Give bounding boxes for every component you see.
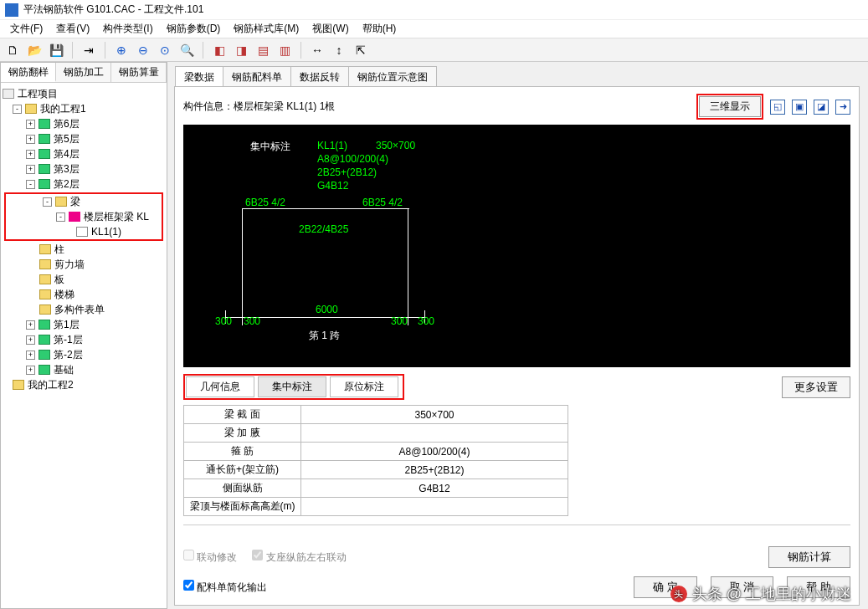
viewer-right-bar: 6B25 4/2 [362, 197, 403, 208]
viewer-dim: 300 [418, 315, 434, 327]
tab-weizhi[interactable]: 钢筋位置示意图 [348, 66, 437, 86]
checkbox-simplify[interactable]: 配料单简化输出 [183, 580, 267, 595]
tool-f-icon[interactable]: ↕ [330, 41, 348, 59]
menu-rebar[interactable]: 钢筋参数(D) [160, 20, 228, 38]
mini-tool-icon[interactable]: ▣ [792, 100, 807, 115]
tree-floor[interactable]: +第-1层 [3, 332, 165, 347]
checkbox-linkage[interactable]: 联动修改 [183, 550, 237, 565]
checkbox-support-linkage[interactable]: 支座纵筋左右联动 [252, 550, 346, 565]
tool-a-icon[interactable]: ◧ [210, 41, 229, 59]
menu-bar: 文件(F) 查看(V) 构件类型(I) 钢筋参数(D) 钢筋样式库(M) 视图(… [0, 20, 868, 38]
top-tabs: 梁数据 钢筋配料单 数据反转 钢筋位置示意图 [174, 65, 437, 87]
open-icon[interactable]: 📂 [25, 41, 44, 59]
zoom-in-icon[interactable]: ⊕ [112, 41, 131, 59]
menu-styles[interactable]: 钢筋样式库(M) [227, 20, 306, 38]
viewer-span-label: 第 1 跨 [309, 329, 340, 343]
tree-item[interactable]: 剪力墙 [3, 257, 165, 272]
tree-floor[interactable]: +基础 [3, 362, 165, 377]
properties-table: 梁 截 面350×700 梁 加 腋 箍 筋A8@100/200(4) 通长筋+… [183, 405, 568, 516]
viewer-stirrup: A8@100/200(4) [317, 153, 388, 165]
tool-d-icon[interactable]: ▥ [275, 41, 294, 59]
tool-c-icon[interactable]: ▤ [254, 41, 272, 59]
tab-beam-data[interactable]: 梁数据 [175, 66, 223, 86]
table-row[interactable]: 梁 截 面350×700 [184, 406, 568, 424]
mini-tool-icon[interactable]: ◱ [770, 100, 785, 115]
more-settings-button[interactable]: 更多设置 [782, 376, 850, 398]
viewer-label: 集中标注 [250, 140, 290, 154]
side-tab-fanyang[interactable]: 钢筋翻样 [1, 63, 56, 82]
watermark: 头 头条 @ 工地里的小财迷 [670, 584, 851, 604]
tree-root[interactable]: 工程项目 [3, 86, 165, 101]
separator [300, 42, 301, 59]
tab-fanzhuang[interactable]: 数据反转 [290, 66, 349, 86]
app-icon [5, 3, 18, 17]
zoom-fit-icon[interactable]: ⊙ [156, 41, 174, 59]
new-icon[interactable]: 🗋 [3, 41, 22, 59]
tool-b-icon[interactable]: ◨ [232, 41, 250, 59]
tool-e-icon[interactable]: ↔ [308, 41, 326, 59]
save-icon[interactable]: 💾 [47, 41, 65, 59]
viewer-dim: 300 [244, 315, 260, 327]
menu-file[interactable]: 文件(F) [3, 20, 49, 38]
viewer-mid-bar: 2B22/4B25 [299, 223, 348, 235]
zoom-sel-icon[interactable]: 🔍 [177, 41, 196, 59]
tree-item[interactable]: 多构件表单 [3, 302, 165, 317]
main-panel: 梁数据 钢筋配料单 数据反转 钢筋位置示意图 构件信息：楼层框架梁 KL1(1)… [167, 62, 868, 609]
viewer-topbar: 2B25+(2B12) [317, 166, 377, 178]
subtab-yuanwei[interactable]: 原位标注 [330, 376, 398, 397]
tab-peiliao[interactable]: 钢筋配料单 [223, 66, 291, 86]
watermark-icon: 头 [670, 586, 687, 602]
tree-beam-type[interactable]: -楼层框架梁 KL [6, 209, 162, 224]
viewer-beam-name: KL1(1) [317, 140, 347, 151]
tree-proj2[interactable]: 我的工程2 [3, 377, 165, 392]
tree-floor[interactable]: -第2层 [3, 177, 165, 192]
separator [183, 525, 850, 525]
tree-floor[interactable]: +第-2层 [3, 347, 165, 362]
tree-item[interactable]: 板 [3, 272, 165, 287]
tree-beam-item[interactable]: KL1(1) [6, 224, 162, 239]
rebar-calc-button[interactable]: 钢筋计算 [768, 546, 850, 568]
viewer-left-bar: 6B25 4/2 [245, 197, 285, 208]
tree-floor[interactable]: +第3层 [3, 161, 165, 177]
tree-item[interactable]: 楼梯 [3, 287, 165, 302]
side-tab-jiagong[interactable]: 钢筋加工 [56, 63, 111, 82]
menu-member[interactable]: 构件类型(I) [96, 20, 159, 38]
tree-floor[interactable]: +第1层 [3, 317, 165, 332]
table-row[interactable]: 侧面纵筋G4B12 [184, 479, 568, 498]
viewer-sidebar: G4B12 [317, 180, 348, 192]
tree-proj1[interactable]: -我的工程1 [3, 101, 165, 116]
tree-item[interactable]: 柱 [3, 242, 165, 257]
zoom-out-icon[interactable]: ⊖ [134, 41, 152, 59]
subtab-geometry[interactable]: 几何信息 [186, 376, 254, 397]
tool-g-icon[interactable]: ⇱ [352, 41, 370, 59]
table-row[interactable]: 通长筋+(架立筋)2B25+(2B12) [184, 461, 568, 479]
menu-window[interactable]: 视图(W) [306, 20, 355, 38]
viewer-dim: 300 [391, 315, 408, 327]
tree-floor[interactable]: +第5层 [3, 131, 165, 146]
separator [72, 42, 73, 59]
title-bar: 平法钢筋软件 G101.CAC - 工程文件.101 [0, 0, 868, 20]
separator [105, 42, 105, 59]
section-viewer[interactable]: 集中标注 KL1(1) 350×700 A8@100/200(4) 2B25+(… [183, 125, 850, 367]
menu-view[interactable]: 查看(V) [49, 20, 96, 38]
side-tab-suanliang[interactable]: 钢筋算量 [111, 63, 167, 82]
separator [203, 42, 203, 59]
mini-tool-icon[interactable]: ◪ [814, 100, 829, 115]
content-panel: 构件信息：楼层框架梁 KL1(1) 1根 三维显示 ◱ ▣ ◪ ➜ 集中标注 K… [174, 86, 860, 606]
tree-floor[interactable]: +第4层 [3, 146, 165, 161]
project-tree[interactable]: 工程项目 -我的工程1 +第6层 +第5层 +第4层 +第3层 -第2层 -梁 … [1, 83, 167, 608]
viewer-dim: 300 [215, 315, 232, 327]
component-info: 构件信息：楼层框架梁 KL1(1) 1根 [183, 100, 335, 114]
table-row[interactable]: 梁 加 腋 [184, 424, 568, 443]
menu-help[interactable]: 帮助(H) [356, 20, 403, 38]
viewer-size: 350×700 [376, 140, 415, 151]
tree-beam-group[interactable]: -梁 [6, 194, 162, 209]
subtab-jizhong[interactable]: 集中标注 [258, 376, 326, 397]
sub-tabs: 几何信息 集中标注 原位标注 [183, 374, 404, 400]
table-row[interactable]: 梁顶与楼面标高高差(m) [184, 498, 568, 516]
mini-tool-icon[interactable]: ➜ [835, 100, 850, 115]
tree-floor[interactable]: +第6层 [3, 116, 165, 131]
export-icon[interactable]: ⇥ [80, 41, 98, 59]
3d-view-button[interactable]: 三维显示 [699, 96, 761, 117]
table-row[interactable]: 箍 筋A8@100/200(4) [184, 443, 568, 461]
